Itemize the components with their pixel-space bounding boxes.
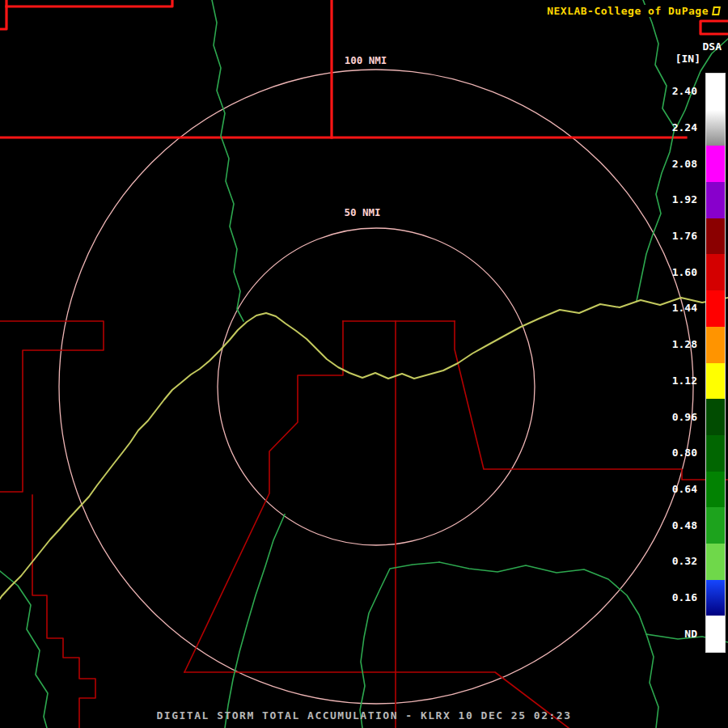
range-rings-layer xyxy=(59,70,693,704)
river-line xyxy=(637,0,675,301)
legend-value-label: 0.48 xyxy=(672,518,697,531)
legend-color-1.60 xyxy=(706,254,725,290)
legend-value-label: 0.64 xyxy=(672,482,697,494)
state-boundary-line xyxy=(6,0,172,6)
legend-value-label: 1.28 xyxy=(672,338,697,350)
county-boundary-line xyxy=(184,321,343,672)
range-ring-label: 100 NMI xyxy=(345,54,387,66)
state-boundary-line xyxy=(700,21,728,34)
legend-value-label: 0.96 xyxy=(672,410,697,422)
product-code: DSA xyxy=(703,40,722,53)
legend-value-label: 1.92 xyxy=(672,193,697,205)
legend-value-label: 0.32 xyxy=(672,555,697,567)
main-river-line xyxy=(0,298,728,599)
legend-color-nd xyxy=(706,616,725,652)
legend-color-0.80 xyxy=(706,435,725,472)
state-boundary-line xyxy=(0,0,6,29)
legend-color-0.48 xyxy=(706,507,725,544)
legend-color-0.16 xyxy=(706,580,725,616)
nexlab-title-text: NEXLAB-College of DuPage xyxy=(547,5,709,17)
river-line xyxy=(439,562,658,728)
county-boundary-line xyxy=(32,495,95,728)
cod-logo-icon xyxy=(712,6,721,15)
county-boundary-line xyxy=(0,321,104,492)
river-line xyxy=(212,0,243,321)
radar-display: 100 NMI50 NMI NEXLAB-College of DuPage D… xyxy=(0,0,728,728)
range-ring-label: 50 NMI xyxy=(344,206,380,218)
legend-value-label: 0.16 xyxy=(672,590,697,603)
river-line xyxy=(225,514,285,728)
legend-color-0.96 xyxy=(706,399,725,435)
header-title: NEXLAB-College of DuPage xyxy=(545,5,722,17)
legend-value-label: 1.76 xyxy=(672,230,697,242)
legend-color-1.44 xyxy=(706,290,725,327)
legend-value-label: 2.24 xyxy=(672,121,697,133)
rivers-layer xyxy=(0,0,728,728)
product-status-text: DIGITAL STORM TOTAL ACCUMULATION - KLRX … xyxy=(157,709,572,722)
legend-color-2.08 xyxy=(706,146,725,182)
legend-bar xyxy=(705,73,726,653)
legend-value-label: 1.60 xyxy=(672,265,697,277)
legend-value-label: 0.80 xyxy=(672,447,697,459)
legend-color-1.12 xyxy=(706,363,725,400)
legend-color-2.24 xyxy=(706,110,725,146)
legend-color-2.40 xyxy=(706,74,725,110)
range-ring-50-nmi xyxy=(218,228,535,545)
status-bar: DIGITAL STORM TOTAL ACCUMULATION - KLRX … xyxy=(0,709,728,722)
legend-color-1.76 xyxy=(706,218,725,255)
legend-color-1.28 xyxy=(706,327,725,363)
range-ring-100-nmi xyxy=(59,70,693,704)
legend-color-1.92 xyxy=(706,182,725,218)
radar-map: 100 NMI50 NMI xyxy=(0,0,728,728)
legend-color-0.64 xyxy=(706,472,725,508)
legend-value-label: 2.08 xyxy=(672,157,697,169)
legend-value-label: 1.44 xyxy=(672,302,697,314)
county-boundaries-layer xyxy=(0,321,728,728)
legend-value-label: 2.40 xyxy=(672,85,697,97)
river-line xyxy=(0,571,48,728)
legend-value-label: 1.12 xyxy=(672,374,697,386)
state-boundaries-layer xyxy=(0,0,728,138)
product-units: [IN] xyxy=(675,53,700,65)
legend-color-0.32 xyxy=(706,544,725,580)
legend-value-label: ND xyxy=(684,627,697,639)
